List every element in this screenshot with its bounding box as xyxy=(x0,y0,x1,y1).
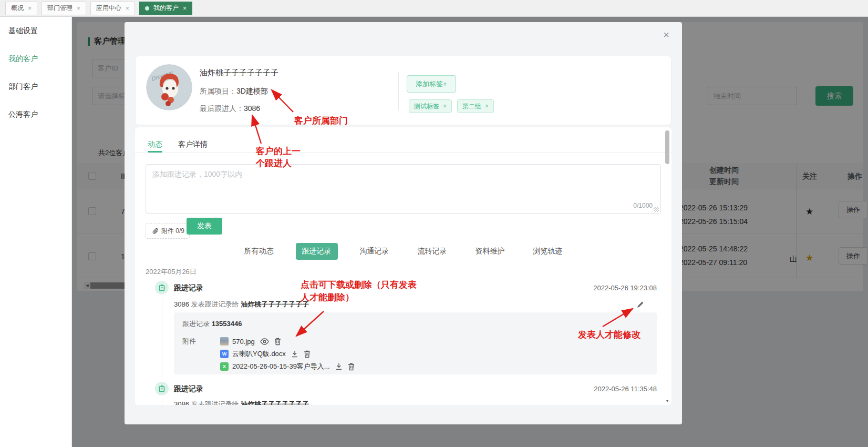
customer-name: 油炸桃子子子子子子子 xyxy=(200,68,278,78)
tab-label: 部门管理 xyxy=(47,4,73,13)
vertical-scrollbar[interactable]: ▼ xyxy=(665,129,669,403)
customer-last-follower: 3086 xyxy=(244,104,260,113)
filter-transfer-records[interactable]: 流转记录 xyxy=(411,243,453,260)
customer-avatar: Dreamer xyxy=(146,64,192,110)
feed-date: 2022年05月26日 xyxy=(146,267,197,277)
add-tag-button[interactable]: 添加标签+ xyxy=(407,75,456,93)
filter-communication-records[interactable]: 沟通记录 xyxy=(354,243,396,260)
trash-icon[interactable] xyxy=(304,350,311,358)
record-time: 2022-05-26 11:35:48 xyxy=(594,385,657,393)
customer-last-follower-line: 最后跟进人：3086 xyxy=(200,104,260,114)
tab-overview[interactable]: 概况 × xyxy=(5,2,37,15)
close-icon[interactable]: × xyxy=(28,5,32,12)
app-root: 概况 × 部门管理 × 应用中心 × 我的客户 × 基础设置 我的客户 部门客户… xyxy=(0,0,868,447)
trash-icon[interactable] xyxy=(274,338,281,346)
tab-activity[interactable]: 动态 xyxy=(148,140,162,149)
tab-app-center[interactable]: 应用中心 × xyxy=(90,2,135,15)
remove-tag-icon[interactable]: × xyxy=(485,103,489,110)
active-dot-icon xyxy=(145,6,149,11)
customer-header-card: Dreamer 油炸桃子子子子子子子 所属项目：3D建模部 最后跟进人：3086… xyxy=(135,56,671,125)
paperclip-icon xyxy=(152,228,159,235)
close-icon[interactable]: × xyxy=(663,29,669,40)
customer-detail-modal: × Dreamer 油炸桃子子子子子子子 所属项目： xyxy=(125,22,682,424)
record-detail-title: 跟进记录 13553446 xyxy=(182,319,648,329)
record-summary: 3086 发表跟进记录给 油炸桃子子子子子子子 xyxy=(174,400,309,405)
record-target: 油炸桃子子子子子子子 xyxy=(241,400,309,405)
timeline-line xyxy=(162,399,162,405)
tab-customer-detail[interactable]: 客户详情 xyxy=(178,140,208,149)
attachment-file-name[interactable]: 570.jpg xyxy=(232,338,255,346)
sidebar-item-department-customers[interactable]: 部门客户 xyxy=(0,73,71,100)
tag-list: 测试标签 × 第二组 × xyxy=(409,99,494,113)
attachment-row: 570.jpg xyxy=(220,335,355,348)
sidebar-item-basic-settings[interactable]: 基础设置 xyxy=(0,17,71,45)
download-icon[interactable] xyxy=(335,363,343,370)
textarea-resize-handle[interactable] xyxy=(654,207,659,212)
tab-label: 应用中心 xyxy=(96,4,121,13)
record-target: 油炸桃子子子子子子子 xyxy=(241,300,309,308)
header-divider xyxy=(398,72,399,110)
download-icon[interactable] xyxy=(291,350,298,358)
remove-tag-icon[interactable]: × xyxy=(443,103,447,110)
close-icon[interactable]: × xyxy=(77,5,80,12)
vertical-scrollbar-thumb[interactable] xyxy=(665,130,669,164)
excel-file-icon: X xyxy=(220,362,229,371)
record-type: 跟进记录 xyxy=(174,283,203,293)
filter-browse-history[interactable]: 浏览轨迹 xyxy=(527,243,569,260)
close-icon[interactable]: × xyxy=(183,5,187,12)
tag-pill: 测试标签 × xyxy=(409,99,452,113)
view-eye-icon[interactable] xyxy=(260,338,269,345)
timeline-line xyxy=(162,298,162,378)
word-file-icon: W xyxy=(220,350,229,358)
sidebar: 基础设置 我的客户 部门客户 公海客户 xyxy=(0,17,72,447)
record-detail-box: 跟进记录 13553446 附件 570.jpg xyxy=(174,312,657,374)
record-time: 2022-05-26 19:23:08 xyxy=(593,284,657,292)
tab-department-management[interactable]: 部门管理 × xyxy=(42,2,86,15)
tab-label: 概况 xyxy=(11,4,24,13)
scroll-down-icon[interactable]: ▼ xyxy=(665,399,669,403)
attachment-button[interactable]: 附件 0/9 xyxy=(146,223,190,239)
attachment-row: W 云喇叭YQ版.docx xyxy=(220,348,355,360)
attachment-file-list: 570.jpg W 云喇叭YQ版.docx xyxy=(220,335,355,373)
follow-record-textarea[interactable] xyxy=(146,164,661,214)
customer-project: 3D建模部 xyxy=(236,87,268,95)
attachments-label: 附件 xyxy=(182,335,220,373)
tag-pill: 第二组 × xyxy=(457,99,494,113)
record-summary: 3086 发表跟进记录给 油炸桃子子子子子子子 xyxy=(174,300,309,309)
activity-filter-tabs: 所有动态 跟进记录 沟通记录 流转记录 资料维护 浏览轨迹 xyxy=(135,243,671,260)
filter-follow-records[interactable]: 跟进记录 xyxy=(296,243,338,260)
char-counter: 0/1000 xyxy=(633,202,653,209)
activity-card: 动态 客户详情 0/1000 附件 0/9 发表 所有动态 跟进记录 沟通记录 … xyxy=(135,127,671,405)
image-thumbnail-icon xyxy=(220,337,229,346)
tab-my-customers[interactable]: 我的客户 × xyxy=(139,2,192,15)
tabs-divider xyxy=(135,153,671,153)
filter-all[interactable]: 所有动态 xyxy=(238,243,280,260)
customer-project-line: 所属项目：3D建模部 xyxy=(200,87,268,96)
trash-icon[interactable] xyxy=(348,363,355,371)
record-clipboard-icon xyxy=(155,281,169,294)
publish-button[interactable]: 发表 xyxy=(187,218,222,235)
record-actor: 3086 xyxy=(174,400,189,405)
tab-label: 我的客户 xyxy=(153,4,179,13)
edit-pencil-icon[interactable] xyxy=(636,301,644,311)
filter-data-maintenance[interactable]: 资料维护 xyxy=(469,243,511,260)
sidebar-item-my-customers[interactable]: 我的客户 xyxy=(0,45,71,73)
record-actor: 3086 xyxy=(174,300,189,308)
attachment-row: X 2022-05-26-05-15-39客户导入... xyxy=(220,360,355,373)
sidebar-item-public-customers[interactable]: 公海客户 xyxy=(0,100,71,128)
topbar: 概况 × 部门管理 × 应用中心 × 我的客户 × xyxy=(0,0,868,17)
record-type: 跟进记录 xyxy=(174,384,203,394)
close-icon[interactable]: × xyxy=(126,5,129,12)
attachment-file-name[interactable]: 2022-05-26-05-15-39客户导入... xyxy=(232,362,330,371)
record-attachments: 附件 570.jpg W xyxy=(182,335,648,373)
attachment-file-name[interactable]: 云喇叭YQ版.docx xyxy=(232,349,286,359)
record-clipboard-icon xyxy=(155,382,169,395)
